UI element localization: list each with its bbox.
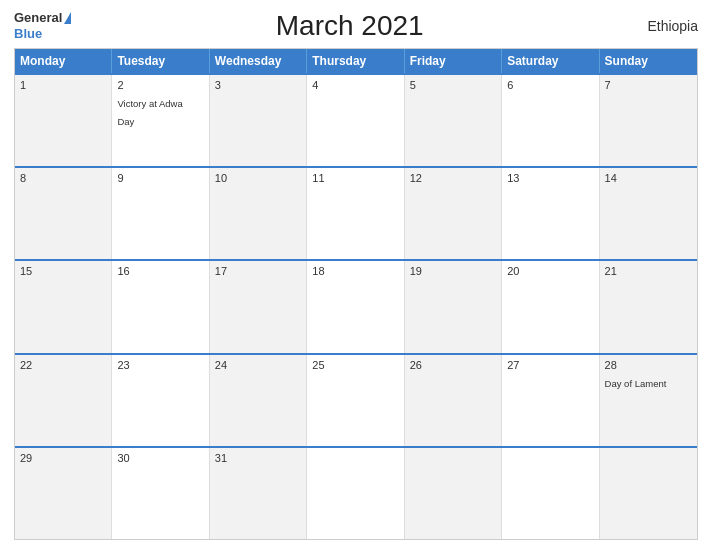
calendar-cell: 30	[112, 448, 209, 539]
day-number: 8	[20, 172, 106, 184]
calendar-cell: 19	[405, 261, 502, 352]
day-number: 1	[20, 79, 106, 91]
calendar-cell: 24	[210, 355, 307, 446]
logo-triangle-icon	[64, 12, 71, 24]
calendar-cell: 31	[210, 448, 307, 539]
calendar-cell: 11	[307, 168, 404, 259]
day-number: 15	[20, 265, 106, 277]
day-number: 20	[507, 265, 593, 277]
day-number: 9	[117, 172, 203, 184]
calendar-cell: 28Day of Lament	[600, 355, 697, 446]
day-number: 28	[605, 359, 692, 371]
calendar-cell	[600, 448, 697, 539]
day-number: 7	[605, 79, 692, 91]
logo-blue: Blue	[14, 26, 71, 42]
country-label: Ethiopia	[628, 18, 698, 34]
calendar-cell: 2Victory at Adwa Day	[112, 75, 209, 166]
calendar-cell: 8	[15, 168, 112, 259]
day-number: 6	[507, 79, 593, 91]
week-row-3: 15161718192021	[15, 259, 697, 352]
calendar-cell: 9	[112, 168, 209, 259]
calendar-cell: 22	[15, 355, 112, 446]
calendar-cell: 3	[210, 75, 307, 166]
header-day-thursday: Thursday	[307, 49, 404, 73]
calendar-cell: 16	[112, 261, 209, 352]
header: General Blue March 2021Ethiopia	[14, 10, 698, 42]
day-number: 10	[215, 172, 301, 184]
calendar-cell: 5	[405, 75, 502, 166]
calendar-cell: 29	[15, 448, 112, 539]
calendar-header: MondayTuesdayWednesdayThursdayFridaySatu…	[15, 49, 697, 73]
calendar-cell: 10	[210, 168, 307, 259]
week-row-5: 293031	[15, 446, 697, 539]
calendar-cell	[502, 448, 599, 539]
day-number: 4	[312, 79, 398, 91]
calendar-cell: 20	[502, 261, 599, 352]
day-number: 18	[312, 265, 398, 277]
event-label: Day of Lament	[605, 378, 667, 389]
week-row-1: 12Victory at Adwa Day34567	[15, 73, 697, 166]
day-number: 25	[312, 359, 398, 371]
calendar-cell: 1	[15, 75, 112, 166]
calendar-cell: 21	[600, 261, 697, 352]
day-number: 5	[410, 79, 496, 91]
calendar-cell: 26	[405, 355, 502, 446]
calendar-cell: 25	[307, 355, 404, 446]
header-day-tuesday: Tuesday	[112, 49, 209, 73]
week-row-4: 22232425262728Day of Lament	[15, 353, 697, 446]
calendar-cell: 4	[307, 75, 404, 166]
day-number: 31	[215, 452, 301, 464]
day-number: 29	[20, 452, 106, 464]
day-number: 16	[117, 265, 203, 277]
week-row-2: 891011121314	[15, 166, 697, 259]
calendar-cell: 17	[210, 261, 307, 352]
calendar-cell	[307, 448, 404, 539]
calendar-cell: 14	[600, 168, 697, 259]
calendar: MondayTuesdayWednesdayThursdayFridaySatu…	[14, 48, 698, 540]
event-label: Victory at Adwa Day	[117, 98, 182, 127]
header-day-wednesday: Wednesday	[210, 49, 307, 73]
page: General Blue March 2021Ethiopia MondayTu…	[0, 0, 712, 550]
calendar-cell: 18	[307, 261, 404, 352]
header-day-friday: Friday	[405, 49, 502, 73]
day-number: 24	[215, 359, 301, 371]
calendar-cell: 6	[502, 75, 599, 166]
calendar-body: 12Victory at Adwa Day3456789101112131415…	[15, 73, 697, 539]
day-number: 19	[410, 265, 496, 277]
calendar-title: March 2021	[71, 10, 628, 42]
calendar-cell: 23	[112, 355, 209, 446]
day-number: 3	[215, 79, 301, 91]
header-day-monday: Monday	[15, 49, 112, 73]
day-number: 21	[605, 265, 692, 277]
header-day-sunday: Sunday	[600, 49, 697, 73]
day-number: 14	[605, 172, 692, 184]
calendar-cell	[405, 448, 502, 539]
day-number: 30	[117, 452, 203, 464]
calendar-cell: 7	[600, 75, 697, 166]
day-number: 13	[507, 172, 593, 184]
day-number: 17	[215, 265, 301, 277]
day-number: 26	[410, 359, 496, 371]
calendar-cell: 15	[15, 261, 112, 352]
calendar-cell: 12	[405, 168, 502, 259]
day-number: 23	[117, 359, 203, 371]
logo-general: General	[14, 10, 62, 26]
day-number: 22	[20, 359, 106, 371]
calendar-cell: 27	[502, 355, 599, 446]
day-number: 11	[312, 172, 398, 184]
day-number: 27	[507, 359, 593, 371]
day-number: 2	[117, 79, 203, 91]
day-number: 12	[410, 172, 496, 184]
logo: General Blue	[14, 10, 71, 41]
header-day-saturday: Saturday	[502, 49, 599, 73]
calendar-cell: 13	[502, 168, 599, 259]
